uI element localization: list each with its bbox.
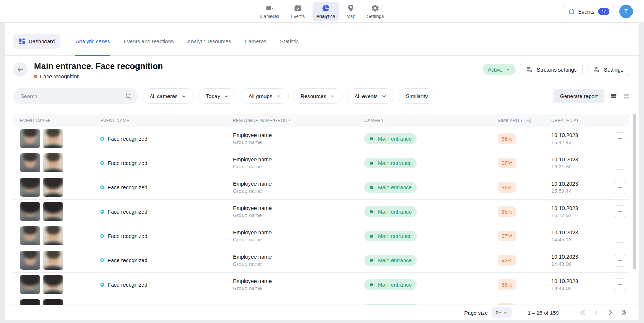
- event-face-reference-thumbnail[interactable]: [43, 299, 63, 305]
- back-button[interactable]: [13, 62, 28, 77]
- table-row[interactable]: Face recognized Employee name Group name…: [13, 151, 629, 175]
- camera-icon: [369, 258, 375, 263]
- camera-badge[interactable]: Main entrance: [364, 279, 417, 290]
- created-time: 13:43:02: [551, 285, 613, 292]
- group-name: Group name: [233, 212, 364, 219]
- tab-cameras[interactable]: Cameras: [245, 27, 267, 55]
- avatar[interactable]: T: [619, 5, 633, 18]
- events-notifications-button[interactable]: Events 77: [563, 5, 614, 18]
- dashboard-button[interactable]: Dashboard: [13, 34, 60, 49]
- events-button-label: Events: [578, 9, 595, 15]
- nav-item-settings[interactable]: Settings: [363, 2, 387, 21]
- event-face-capture-thumbnail[interactable]: [20, 129, 40, 148]
- main-navigation: Cameras Events Analytics Map Settings: [257, 0, 388, 23]
- tab-analytic-cases[interactable]: Analytic cases: [75, 27, 110, 55]
- table-row[interactable]: Face recognized Employee name Group name…: [13, 127, 629, 151]
- add-button[interactable]: [614, 303, 626, 306]
- arrow-left-icon: [17, 66, 24, 73]
- event-face-reference-thumbnail[interactable]: [43, 153, 63, 172]
- filter-label: Similarity: [406, 93, 428, 99]
- settings-button[interactable]: Settings: [587, 63, 629, 76]
- search-icon[interactable]: [125, 93, 132, 100]
- column-header-created-at: CREATED AT: [551, 118, 613, 123]
- filter-all-cameras[interactable]: All cameras: [142, 88, 194, 104]
- event-face-capture-thumbnail[interactable]: [20, 153, 40, 172]
- camera-badge[interactable]: Main entrance: [364, 231, 417, 241]
- add-button[interactable]: [614, 132, 626, 145]
- plus-icon: [617, 282, 623, 288]
- event-face-reference-thumbnail[interactable]: [43, 226, 63, 245]
- filter-date[interactable]: Today: [198, 88, 236, 104]
- camera-badge[interactable]: Main entrance: [364, 182, 417, 193]
- status-dropdown[interactable]: Active: [483, 64, 516, 75]
- settings-button-label: Settings: [604, 67, 623, 73]
- event-face-capture-thumbnail[interactable]: [20, 178, 40, 197]
- streams-settings-button[interactable]: Streams settings: [520, 63, 583, 76]
- camera-badge[interactable]: Main entrance: [364, 255, 417, 266]
- table-row[interactable]: Face recognized Employee name Group name…: [13, 175, 629, 200]
- vertical-scrollbar[interactable]: [633, 114, 636, 269]
- first-page-icon[interactable]: [579, 309, 586, 316]
- group-name: Group name: [233, 236, 364, 243]
- event-face-reference-thumbnail[interactable]: [43, 275, 63, 294]
- page-size-dropdown[interactable]: 25: [492, 307, 512, 318]
- event-type-ring-icon: [100, 185, 104, 189]
- filter-resources[interactable]: Resources: [293, 88, 343, 104]
- camera-icon: [369, 136, 375, 142]
- grid-view-icon[interactable]: [623, 93, 629, 99]
- camera-badge[interactable]: Main entrance: [364, 158, 417, 168]
- add-button[interactable]: [614, 254, 626, 267]
- camera-name: Main entrance: [378, 282, 412, 288]
- tab-analytic-resources[interactable]: Analytic resources: [187, 27, 231, 55]
- created-date: 10.10.2023: [551, 204, 613, 212]
- previous-page-icon[interactable]: [593, 309, 600, 316]
- event-name: Face recognized: [108, 209, 147, 215]
- similarity-badge: 98%: [498, 182, 516, 193]
- event-face-reference-thumbnail[interactable]: [43, 178, 63, 197]
- event-name: Face recognized: [108, 160, 147, 166]
- filter-all-events[interactable]: All events: [347, 88, 394, 104]
- similarity-badge: 95%: [498, 206, 516, 217]
- nav-item-events[interactable]: Events: [287, 2, 309, 21]
- tab-statistic[interactable]: Statistic: [280, 27, 299, 55]
- filter-all-groups[interactable]: All groups: [241, 88, 289, 104]
- add-button[interactable]: [614, 230, 626, 243]
- pagination-bar: Page size 25 1 – 25 of 159: [5, 305, 639, 320]
- nav-item-analytics[interactable]: Analytics: [312, 2, 339, 21]
- tab-events-and-reactions[interactable]: Events and reactions: [123, 27, 174, 55]
- add-button[interactable]: [614, 278, 626, 291]
- last-page-icon[interactable]: [621, 309, 628, 316]
- filter-label: All events: [355, 93, 378, 99]
- table-row[interactable]: Employee name 10.10.2023: [13, 297, 629, 305]
- event-face-reference-thumbnail[interactable]: [43, 202, 63, 221]
- filter-similarity[interactable]: Similarity: [399, 88, 435, 104]
- generate-report-button[interactable]: Generate report: [553, 89, 604, 103]
- next-page-icon[interactable]: [607, 309, 614, 316]
- created-date: 10.10.2023: [551, 180, 613, 187]
- add-button[interactable]: [614, 205, 626, 218]
- table-row[interactable]: Face recognized Employee name Group name…: [13, 224, 629, 248]
- list-view-icon[interactable]: [610, 93, 617, 99]
- event-face-capture-thumbnail[interactable]: [20, 226, 40, 245]
- map-pin-icon: [347, 4, 355, 13]
- event-face-capture-thumbnail[interactable]: [20, 251, 40, 270]
- table-row[interactable]: Face recognized Employee name Group name…: [13, 200, 629, 224]
- add-button[interactable]: [614, 157, 626, 170]
- nav-item-map[interactable]: Map: [342, 2, 359, 21]
- camera-badge[interactable]: Main entrance: [364, 206, 417, 217]
- table-row[interactable]: Face recognized Employee name Group name…: [13, 248, 629, 273]
- chevron-down-icon: [381, 93, 387, 99]
- event-face-capture-thumbnail[interactable]: [20, 202, 40, 221]
- event-face-reference-thumbnail[interactable]: [43, 251, 63, 270]
- streams-settings-label: Streams settings: [537, 67, 577, 73]
- event-face-capture-thumbnail[interactable]: [20, 275, 40, 294]
- plus-icon: [617, 185, 623, 190]
- event-face-reference-thumbnail[interactable]: [43, 129, 63, 148]
- event-face-capture-thumbnail[interactable]: [20, 299, 40, 305]
- add-button[interactable]: [614, 181, 626, 194]
- page-size-value: 25: [496, 310, 501, 315]
- camera-badge[interactable]: Main entrance: [364, 133, 417, 144]
- nav-item-cameras[interactable]: Cameras: [257, 2, 283, 21]
- table-row[interactable]: Face recognized Employee name Group name…: [13, 273, 629, 297]
- search-input[interactable]: [20, 93, 122, 99]
